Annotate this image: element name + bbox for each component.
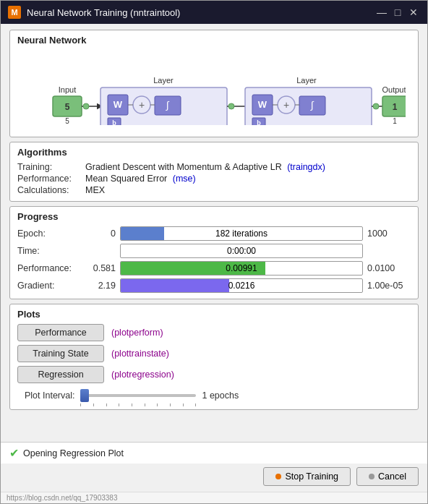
progress-title: Progress: [17, 211, 411, 222]
window-controls: — □ ✕: [375, 6, 420, 19]
nn-svg: Input 5 5 Layer W: [22, 53, 406, 125]
status-check-icon: ✔: [9, 446, 19, 460]
training-state-plot-button[interactable]: Training State: [17, 345, 104, 362]
app-icon: M: [8, 6, 21, 19]
title-bar-left: M Neural Network Training (nntraintool): [8, 6, 180, 19]
performance-algo-label: Performance:: [17, 174, 82, 184]
output-size-label: 1: [393, 117, 397, 125]
progress-section: Progress Epoch: 0 182 iterations 1000 Ti…: [9, 206, 419, 299]
input-size-label: 5: [65, 117, 69, 125]
plus2-symbol: +: [283, 99, 289, 111]
cancel-dot-icon: [369, 474, 374, 479]
gradient-bar-text: 0.0216: [228, 281, 255, 291]
stop-training-button[interactable]: Stop Training: [263, 467, 351, 486]
w1-label: W: [114, 99, 123, 110]
input-label: Input: [59, 85, 76, 94]
progress-grid: Epoch: 0 182 iterations 1000 Time: 0:00:…: [17, 226, 411, 293]
plot-interval-value: 1 epochs: [202, 390, 239, 401]
plot-row-2: Training State (plottrainstate): [17, 345, 411, 362]
status-text: Opening Regression Plot: [23, 448, 124, 458]
neural-network-section: Neural Network Input 5 5 Layer: [9, 30, 419, 137]
plot-buttons: Performance (plotperform) Training State…: [17, 324, 411, 383]
minimize-button[interactable]: —: [375, 6, 388, 19]
dot1: [83, 103, 89, 109]
perf-bar: 0.00991: [120, 261, 363, 276]
epoch-max: 1000: [367, 228, 411, 239]
layer2-group: Layer W b + ∫: [245, 76, 372, 125]
output-group: Output 1 1: [382, 85, 406, 125]
main-window: M Neural Network Training (nntraintool) …: [0, 0, 428, 504]
training-short: (traingdx): [287, 162, 325, 172]
plots-section: Plots Performance (plotperform) Training…: [9, 304, 419, 410]
epoch-bar-text: 182 iterations: [215, 228, 268, 239]
dot3: [373, 103, 379, 109]
tick: [145, 403, 145, 406]
tick: [170, 403, 171, 406]
gradient-label: Gradient:: [17, 281, 75, 291]
gradient-min: 2.19: [80, 281, 116, 291]
close-button[interactable]: ✕: [407, 6, 420, 19]
tick: [195, 403, 196, 406]
tick: [106, 403, 107, 406]
layer1-group: Layer W b + ∫: [100, 76, 227, 125]
plots-title: Plots: [17, 309, 411, 320]
perf-label: Performance:: [17, 263, 75, 273]
algorithms-grid: Training: Gradient Descent with Momentum…: [17, 162, 411, 195]
time-label: Time:: [17, 246, 75, 256]
nn-diagram: Input 5 5 Layer W: [17, 50, 411, 131]
plot-interval-row: Plot Interval:: [17, 389, 411, 402]
input-group: Input 5 5: [53, 85, 82, 125]
performance-plot-button[interactable]: Performance: [17, 324, 104, 341]
gradient-bar: 0.0216: [120, 278, 363, 293]
b2-label: b: [257, 119, 261, 125]
time-bar: 0:00:00: [120, 244, 363, 258]
slider-thumb[interactable]: [80, 389, 89, 402]
performance-algo-value: Mean Squared Error (mse): [85, 174, 411, 184]
bottom-bar: Stop Training Cancel: [1, 464, 427, 492]
perf-max: 0.0100: [367, 263, 411, 273]
plot-interval-label: Plot Interval:: [25, 390, 74, 401]
epoch-min: 0: [80, 228, 116, 239]
plot-row-1: Performance (plotperform): [17, 324, 411, 341]
stop-dot-icon: [275, 474, 281, 479]
plot-row-3: Regression (plotregression): [17, 366, 411, 383]
url-bar: https://blog.csdn.net/qq_17903383: [1, 492, 427, 503]
tick: [80, 403, 81, 406]
perf-min: 0.581: [80, 263, 116, 273]
epoch-bar-fill: [121, 227, 164, 240]
window-title: Neural Network Training (nntraintool): [27, 7, 180, 18]
training-state-plot-link[interactable]: (plottrainstate): [111, 349, 169, 359]
tick: [93, 403, 94, 406]
w2-label: W: [258, 99, 268, 110]
maximize-button[interactable]: □: [391, 6, 404, 19]
tick: [157, 403, 158, 406]
epoch-label: Epoch:: [17, 228, 75, 239]
output-label: Output: [382, 85, 406, 94]
regression-plot-link[interactable]: (plotregression): [111, 370, 174, 380]
tick: [119, 403, 119, 406]
tick: [183, 403, 184, 406]
time-bar-text: 0:00:00: [227, 246, 256, 256]
plot-interval-slider[interactable]: [80, 389, 196, 402]
b1-label: b: [112, 119, 116, 125]
performance-plot-link[interactable]: (plotperform): [111, 328, 163, 338]
performance-short: (mse): [173, 174, 196, 184]
calculations-label: Calculations:: [17, 185, 82, 195]
layer2-label: Layer: [296, 76, 317, 85]
algorithms-section: Algorithms Training: Gradient Descent wi…: [9, 142, 419, 202]
tick: [132, 403, 132, 406]
algorithms-title: Algorithms: [17, 147, 411, 158]
main-content: Neural Network Input 5 5 Layer: [1, 24, 427, 442]
title-bar: M Neural Network Training (nntraintool) …: [1, 1, 427, 24]
cancel-button[interactable]: Cancel: [356, 467, 419, 486]
training-label: Training:: [17, 162, 82, 172]
gradient-max: 1.00e-05: [367, 281, 411, 291]
regression-plot-button[interactable]: Regression: [17, 366, 104, 383]
status-bar: ✔ Opening Regression Plot: [1, 442, 427, 464]
slider-ticks: [80, 403, 196, 406]
slider-track: [80, 394, 196, 397]
dot2: [228, 103, 234, 109]
neural-network-title: Neural Network: [17, 35, 411, 46]
perf-bar-text: 0.00991: [226, 263, 257, 273]
calculations-value: MEX: [85, 185, 411, 195]
